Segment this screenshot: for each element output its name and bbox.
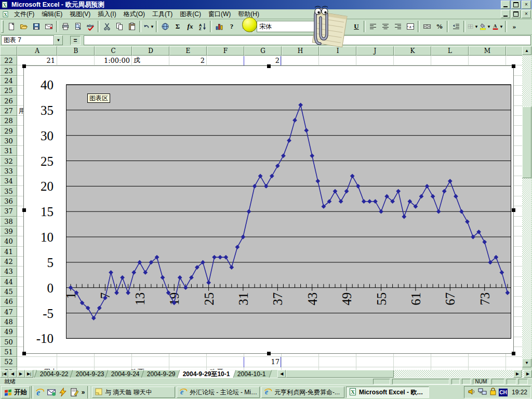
doc-close-button[interactable]: × [522, 10, 531, 18]
row-header-31[interactable]: 31 [0, 146, 17, 156]
row-header-36[interactable]: 36 [0, 196, 17, 206]
new-button[interactable] [5, 21, 18, 32]
menu-tools[interactable]: 工具(T) [149, 10, 176, 19]
cell-K22[interactable] [394, 56, 431, 65]
cell-J52[interactable] [356, 357, 394, 367]
chart-plot[interactable]: 4035302520151050-5-101713192531374349556… [24, 66, 513, 355]
help-button[interactable]: ? [225, 21, 238, 32]
minimize-button[interactable] [501, 1, 510, 9]
office-assistant-clippy[interactable] [308, 2, 348, 48]
name-box[interactable]: 图表 7 [1, 35, 54, 45]
copy-button[interactable] [113, 21, 126, 32]
cell-I22[interactable] [319, 56, 356, 65]
selection-handle-0[interactable] [22, 64, 26, 68]
row-header-52[interactable]: 52 [0, 357, 17, 367]
selection-handle-5[interactable] [22, 352, 26, 355]
toolbar-grip[interactable] [1, 20, 4, 33]
chevron-down-icon[interactable]: ▼ [150, 24, 154, 29]
decrease-indent-button[interactable] [450, 21, 462, 32]
row-header-30[interactable]: 30 [0, 136, 17, 146]
cell-C52[interactable] [95, 357, 132, 367]
cell-G52[interactable]: 17 [244, 357, 282, 367]
selection-handle-4[interactable] [512, 208, 515, 212]
row-header-46[interactable]: 46 [0, 297, 17, 307]
workbook-icon[interactable]: X [0, 8, 10, 20]
column-header-A[interactable]: A [17, 46, 57, 56]
more-formatting-button[interactable]: » [508, 21, 521, 32]
cell-B22[interactable] [57, 56, 95, 65]
column-header-L[interactable]: L [431, 46, 469, 56]
row-header-41[interactable]: 41 [0, 247, 17, 257]
row-header-51[interactable]: 51 [0, 347, 17, 357]
name-box-dropdown[interactable]: ▼ [54, 35, 63, 45]
cell-C22[interactable]: 1:00:00 [95, 56, 132, 65]
sheet-tab-2004-9-23[interactable]: 2004-9-23 [70, 370, 110, 378]
cell-H52[interactable] [282, 357, 319, 367]
doc-restore-button[interactable] [511, 10, 521, 18]
row-header-45[interactable]: 45 [0, 287, 17, 297]
ime-tool-icon[interactable] [489, 388, 497, 397]
cell-G22[interactable]: 2 [244, 56, 282, 65]
percent-style-button[interactable]: % [433, 21, 446, 32]
row-header-47[interactable]: 47 [0, 307, 17, 317]
row-header-35[interactable]: 35 [0, 186, 17, 196]
cell-A52[interactable] [17, 357, 57, 367]
row-header-44[interactable]: 44 [0, 277, 17, 287]
menu-file[interactable]: 文件(F) [10, 10, 38, 19]
chevron-down-icon[interactable]: ▼ [487, 24, 491, 29]
volume-icon[interactable] [468, 388, 476, 397]
task-button-0[interactable]: 与 滴天髓 聊天中 [92, 387, 175, 398]
horizontal-scroll-thumb[interactable] [286, 370, 394, 378]
select-all-corner[interactable] [0, 46, 17, 56]
column-header-K[interactable]: K [394, 46, 431, 56]
sheet-tab-2004-9-22[interactable]: 2004-9-22 [34, 370, 75, 378]
row-header-38[interactable]: 38 [0, 217, 17, 227]
row-header-32[interactable]: 32 [0, 156, 17, 166]
row-header-23[interactable]: 23 [0, 65, 17, 75]
row-header-49[interactable]: 49 [0, 327, 17, 337]
quicklaunch-mail-icon[interactable] [46, 387, 57, 398]
underline-button[interactable]: U [350, 21, 363, 32]
row-header-40[interactable]: 40 [0, 236, 17, 246]
cell-H22[interactable] [282, 56, 319, 65]
column-header-F[interactable]: F [207, 46, 244, 56]
print-preview-button[interactable] [72, 21, 84, 32]
selection-handle-7[interactable] [512, 352, 515, 355]
sort-ascending-button[interactable]: AZ [196, 21, 209, 32]
borders-button[interactable]: ▼ [467, 21, 479, 32]
column-header-G[interactable]: G [244, 46, 282, 56]
row-header-25[interactable]: 25 [0, 86, 17, 96]
vertical-scrollbar[interactable]: ▲ ▼ [522, 46, 531, 367]
equals-button[interactable]: = [70, 36, 81, 45]
first-sheet-button[interactable]: |◀ [0, 370, 8, 378]
cell-M52[interactable] [469, 357, 506, 367]
column-header-n[interactable] [506, 46, 522, 56]
cut-button[interactable] [101, 21, 113, 32]
insert-hyperlink-button[interactable] [159, 21, 171, 32]
row-header-34[interactable]: 34 [0, 176, 17, 186]
autosum-button[interactable]: Σ [171, 21, 184, 32]
cell-B52[interactable] [57, 357, 95, 367]
email-button[interactable] [43, 21, 55, 32]
selection-handle-2[interactable] [512, 64, 515, 68]
align-right-button[interactable] [392, 21, 404, 32]
align-left-button[interactable] [367, 21, 379, 32]
chevron-down-icon[interactable]: ▼ [474, 24, 478, 29]
sheet-tab-2004-10-1[interactable]: 2004-10-1 [231, 370, 272, 378]
chart-wizard-button[interactable] [213, 21, 225, 32]
spelling-button[interactable]: abc [84, 21, 97, 32]
start-button[interactable]: 开始 [1, 386, 30, 398]
menu-window[interactable]: 窗口(W) [205, 10, 234, 19]
column-header-E[interactable]: E [169, 46, 207, 56]
task-button-2[interactable]: e元亨利贞网-免费算命-... [261, 387, 344, 398]
menu-insert[interactable]: 插入(I) [94, 10, 119, 19]
row-header-33[interactable]: 33 [0, 166, 17, 176]
task-button-1[interactable]: e外汇论坛 - 主论坛 - Micr... [177, 387, 260, 398]
row-header-43[interactable]: 43 [0, 267, 17, 276]
column-header-D[interactable]: D [132, 46, 169, 56]
row-header-29[interactable]: 29 [0, 126, 17, 136]
row-header-50[interactable]: 50 [0, 337, 17, 347]
chevron-down-icon[interactable]: ▼ [499, 24, 503, 29]
undo-button[interactable]: ▼ [142, 21, 155, 32]
quicklaunch-lightning-icon[interactable] [57, 387, 69, 398]
